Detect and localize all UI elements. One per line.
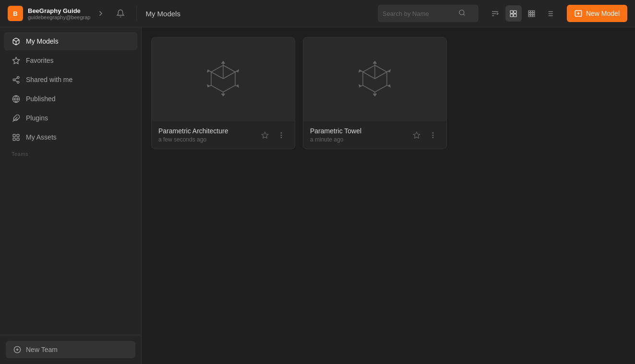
svg-marker-47	[222, 61, 225, 63]
svg-rect-9	[531, 11, 533, 12]
model-thumbnail-2	[303, 37, 446, 121]
svg-rect-14	[529, 15, 531, 17]
svg-rect-4	[511, 11, 514, 13]
svg-rect-16	[533, 15, 535, 17]
svg-point-80	[432, 135, 433, 136]
svg-rect-8	[529, 11, 531, 12]
new-model-label: New Model	[586, 10, 620, 17]
svg-line-64	[375, 72, 387, 79]
model-name-1: Parametric Architecture	[158, 127, 258, 135]
svg-rect-13	[533, 12, 535, 14]
sidebar: My Models Favorites Shared with me	[0, 27, 142, 364]
svg-rect-37	[13, 138, 15, 140]
main-layout: My Models Favorites Shared with me	[0, 27, 635, 364]
svg-point-28	[17, 81, 19, 83]
teams-section-label: Teams	[0, 147, 141, 161]
svg-marker-67	[373, 61, 376, 63]
globe-icon	[12, 94, 20, 103]
sidebar-item-shared-with-me[interactable]: Shared with me	[4, 70, 137, 89]
view-toolbar	[487, 5, 558, 22]
model-card-parametric-architecture[interactable]: Parametric Architecture a few seconds ag…	[151, 37, 295, 149]
svg-rect-7	[514, 14, 517, 17]
notification-button[interactable]	[113, 6, 128, 21]
sidebar-item-my-assets[interactable]: My Assets	[4, 128, 137, 146]
list-view-button[interactable]	[542, 5, 558, 22]
favorite-button-1[interactable]	[258, 129, 272, 142]
sidebar-expand-button[interactable]	[95, 8, 107, 19]
svg-marker-69	[373, 94, 376, 96]
app-email: guidebeegraphy@beegrap	[28, 14, 90, 20]
model-actions-1	[258, 129, 288, 142]
svg-rect-10	[533, 11, 535, 12]
svg-point-26	[17, 76, 19, 78]
my-assets-label: My Assets	[26, 133, 57, 141]
svg-line-65	[363, 72, 375, 79]
model-card-footer-1: Parametric Architecture a few seconds ag…	[152, 121, 295, 149]
svg-point-61	[281, 137, 282, 138]
model-card-parametric-towel[interactable]: Parametric Towel a minute ago	[303, 37, 447, 149]
svg-rect-35	[13, 134, 15, 137]
new-team-label: New Team	[26, 346, 58, 353]
logo-initial: B	[13, 10, 17, 17]
sidebar-item-my-models[interactable]: My Models	[4, 32, 137, 50]
model-actions-2	[410, 129, 440, 142]
logo-area: B BeeGraphy Guide guidebeegraphy@beegrap	[8, 6, 128, 21]
share-icon	[12, 75, 20, 84]
svg-line-44	[223, 72, 235, 79]
svg-rect-12	[531, 12, 533, 14]
svg-marker-49	[222, 94, 225, 96]
svg-rect-38	[16, 138, 19, 140]
app-name: BeeGraphy Guide	[28, 7, 90, 14]
svg-line-29	[15, 80, 17, 82]
svg-rect-15	[531, 15, 533, 17]
svg-rect-36	[16, 134, 19, 137]
search-box[interactable]	[378, 5, 479, 22]
star-icon	[12, 56, 20, 65]
cube-icon	[12, 37, 20, 46]
model-time-1: a few seconds ago	[158, 136, 258, 143]
model-name-2: Parametric Towel	[310, 127, 410, 135]
logo-text: BeeGraphy Guide guidebeegraphy@beegrap	[28, 7, 90, 20]
sidebar-item-published[interactable]: Published	[4, 90, 137, 108]
favorite-button-2[interactable]	[410, 129, 423, 142]
svg-point-81	[432, 137, 433, 138]
sidebar-footer: New Team	[0, 335, 141, 364]
model-info-2: Parametric Towel a minute ago	[310, 127, 410, 143]
grid-large-view-button[interactable]	[505, 5, 522, 22]
search-input[interactable]	[383, 10, 455, 17]
svg-point-59	[281, 132, 282, 133]
more-options-button-1[interactable]	[275, 129, 288, 142]
models-grid: Parametric Architecture a few seconds ag…	[151, 37, 625, 149]
svg-rect-6	[511, 14, 514, 17]
favorites-label: Favorites	[26, 57, 54, 64]
svg-marker-78	[413, 132, 419, 138]
assets-icon	[12, 133, 20, 141]
svg-marker-25	[12, 57, 19, 63]
topbar-divider	[136, 6, 137, 21]
svg-line-45	[211, 72, 223, 79]
sidebar-nav: My Models Favorites Shared with me	[0, 27, 141, 335]
svg-marker-58	[262, 132, 268, 138]
shared-with-me-label: Shared with me	[26, 76, 72, 83]
new-model-button[interactable]: New Model	[567, 5, 627, 22]
logo-icon[interactable]: B	[8, 6, 23, 21]
content-area: Parametric Architecture a few seconds ag…	[142, 27, 635, 364]
puzzle-icon	[12, 114, 20, 122]
svg-line-30	[15, 78, 17, 79]
svg-point-27	[13, 79, 15, 81]
model-thumbnail-1	[152, 37, 295, 121]
sidebar-item-favorites[interactable]: Favorites	[4, 51, 137, 70]
my-models-label: My Models	[26, 37, 59, 45]
model-card-footer-2: Parametric Towel a minute ago	[303, 121, 446, 149]
sidebar-item-plugins[interactable]: Plugins	[4, 109, 137, 127]
sort-button[interactable]	[487, 5, 503, 22]
published-label: Published	[26, 95, 56, 103]
new-team-button[interactable]: New Team	[6, 341, 135, 358]
search-icon[interactable]	[458, 9, 466, 18]
grid-small-view-button[interactable]	[524, 5, 540, 22]
svg-rect-5	[514, 11, 517, 13]
model-time-2: a minute ago	[310, 136, 410, 143]
svg-rect-11	[529, 12, 531, 14]
more-options-button-2[interactable]	[426, 129, 440, 142]
model-info-1: Parametric Architecture a few seconds ag…	[158, 127, 258, 143]
